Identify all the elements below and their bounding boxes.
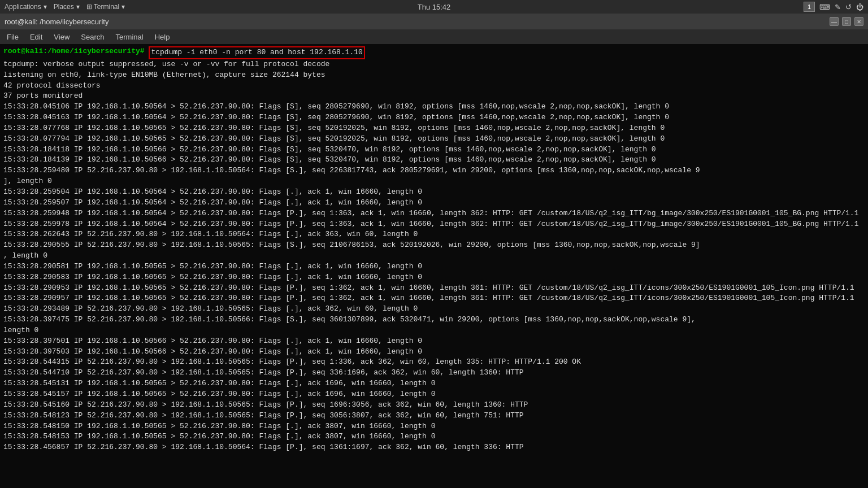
- terminal-line: 15:33:28.045163 IP 192.168.1.10.50564 > …: [3, 112, 865, 123]
- menu-help[interactable]: Help: [150, 32, 175, 42]
- terminal-menu[interactable]: ⊞ Terminal ▾: [86, 3, 125, 11]
- terminal-line: 15:33:28.456857 IP 52.216.237.90.80 > 19…: [3, 442, 865, 453]
- refresh-icon[interactable]: ↺: [845, 3, 852, 11]
- terminal-line: 15:33:28.259978 IP 192.168.1.10.50564 > …: [3, 219, 865, 230]
- terminal-line: 15:33:28.259480 IP 52.216.237.90.80 > 19…: [3, 165, 865, 176]
- power-icon[interactable]: ⏻: [856, 3, 863, 11]
- terminal-line: 15:33:28.548153 IP 192.168.1.10.50565 > …: [3, 432, 865, 442]
- title-bar-buttons: — □ ✕: [830, 17, 863, 26]
- applications-menu[interactable]: Applications ▾: [5, 3, 47, 11]
- terminal-line: 15:33:28.397475 IP 52.216.237.90.80 > 19…: [3, 315, 865, 325]
- places-menu[interactable]: Places ▾: [54, 3, 80, 11]
- terminal-arrow: ▾: [121, 3, 125, 11]
- window-title: root@kali: /home/iicybersecurity: [5, 18, 108, 26]
- applications-label: Applications: [5, 3, 41, 11]
- maximize-button[interactable]: □: [842, 17, 851, 26]
- terminal-line: 15:33:28.077794 IP 192.168.1.10.50565 > …: [3, 134, 865, 145]
- terminal-line: 15:33:28.290555 IP 52.216.237.90.80 > 19…: [3, 240, 865, 251]
- terminal-line: 15:33:28.290581 IP 192.168.1.10.50565 > …: [3, 262, 865, 272]
- terminal-line: , length 0: [3, 251, 865, 262]
- terminal-line: 15:33:28.184118 IP 192.168.1.10.50566 > …: [3, 145, 865, 155]
- terminal-line: 15:33:28.262643 IP 52.216.237.90.80 > 19…: [3, 229, 865, 240]
- terminal-line: 15:33:28.259948 IP 192.168.1.10.50564 > …: [3, 208, 865, 219]
- terminal-line: 15:33:28.544710 IP 52.216.237.90.80 > 19…: [3, 368, 865, 378]
- terminal-line: tcpdump: verbose output suppressed, use …: [3, 59, 865, 70]
- terminal-line: 15:33:28.045106 IP 192.168.1.10.50564 > …: [3, 102, 865, 112]
- places-arrow: ▾: [76, 3, 80, 11]
- window-number-badge[interactable]: 1: [804, 2, 815, 12]
- terminal-line: listening on eth0, link-type EN10MB (Eth…: [3, 70, 865, 81]
- terminal-window: root@kali: /home/iicybersecurity — □ ✕ F…: [0, 14, 868, 488]
- places-label: Places: [54, 3, 74, 11]
- terminal-line: 15:33:28.290957 IP 192.168.1.10.50565 > …: [3, 293, 865, 304]
- prompt-user: root@kali:/home/iicybersecurity#: [3, 46, 145, 57]
- terminal-line: 15:33:28.548150 IP 192.168.1.10.50565 > …: [3, 421, 865, 432]
- system-datetime: Thu 15:42: [418, 3, 451, 11]
- menu-view[interactable]: View: [49, 32, 74, 42]
- terminal-line: 15:33:28.397501 IP 192.168.1.10.50566 > …: [3, 336, 865, 347]
- applications-arrow: ▾: [44, 3, 47, 11]
- terminal-line: ], length 0: [3, 176, 865, 187]
- close-button[interactable]: ✕: [854, 17, 863, 26]
- menu-edit[interactable]: Edit: [25, 32, 47, 42]
- prompt-line: root@kali:/home/iicybersecurity# tcpdump…: [3, 46, 865, 59]
- terminal-line: 15:33:28.397503 IP 192.168.1.10.50566 > …: [3, 347, 865, 358]
- terminal-line: 37 ports monitored: [3, 91, 865, 102]
- terminal-content[interactable]: root@kali:/home/iicybersecurity# tcpdump…: [0, 44, 868, 488]
- terminal-line: 15:33:28.259507 IP 192.168.1.10.50564 > …: [3, 198, 865, 208]
- keyboard-icon[interactable]: ⌨: [819, 3, 830, 11]
- menu-file[interactable]: File: [2, 32, 23, 42]
- terminal-line: 15:33:28.077768 IP 192.168.1.10.50565 > …: [3, 123, 865, 134]
- menu-bar: File Edit View Search Terminal Help: [0, 29, 868, 44]
- terminal-line: 15:33:28.545131 IP 192.168.1.10.50565 > …: [3, 378, 865, 389]
- menu-terminal[interactable]: Terminal: [111, 32, 148, 42]
- system-bar: Applications ▾ Places ▾ ⊞ Terminal ▾ Thu…: [0, 0, 868, 14]
- terminal-line: length 0: [3, 325, 865, 336]
- terminal-label: ⊞ Terminal: [86, 3, 119, 11]
- terminal-line: 15:33:28.545157 IP 192.168.1.10.50565 > …: [3, 389, 865, 400]
- command-box: tcpdump -i eth0 -n port 80 and host 192.…: [149, 46, 364, 59]
- terminal-line: 15:33:28.548123 IP 52.216.237.90.80 > 19…: [3, 411, 865, 421]
- system-bar-left: Applications ▾ Places ▾ ⊞ Terminal ▾: [5, 3, 125, 11]
- terminal-line: 15:33:28.290583 IP 192.168.1.10.50565 > …: [3, 272, 865, 283]
- system-bar-right: 1 ⌨ ✎ ↺ ⏻: [804, 2, 863, 12]
- terminal-output: tcpdump: verbose output suppressed, use …: [3, 59, 865, 453]
- terminal-line: 15:33:28.545160 IP 52.216.237.90.80 > 19…: [3, 400, 865, 411]
- terminal-line: 15:33:28.184139 IP 192.168.1.10.50566 > …: [3, 155, 865, 165]
- terminal-line: 15:33:28.290953 IP 192.168.1.10.50565 > …: [3, 283, 865, 294]
- menu-search[interactable]: Search: [76, 32, 108, 42]
- terminal-line: 15:33:28.293489 IP 52.216.237.90.80 > 19…: [3, 304, 865, 315]
- terminal-line: 15:33:28.544315 IP 52.216.237.90.80 > 19…: [3, 357, 865, 368]
- terminal-line: 42 protocol dissectors: [3, 81, 865, 91]
- minimize-button[interactable]: —: [830, 17, 839, 26]
- edit-icon[interactable]: ✎: [835, 3, 841, 11]
- title-bar: root@kali: /home/iicybersecurity — □ ✕: [0, 14, 868, 29]
- terminal-line: 15:33:28.259504 IP 192.168.1.10.50564 > …: [3, 187, 865, 198]
